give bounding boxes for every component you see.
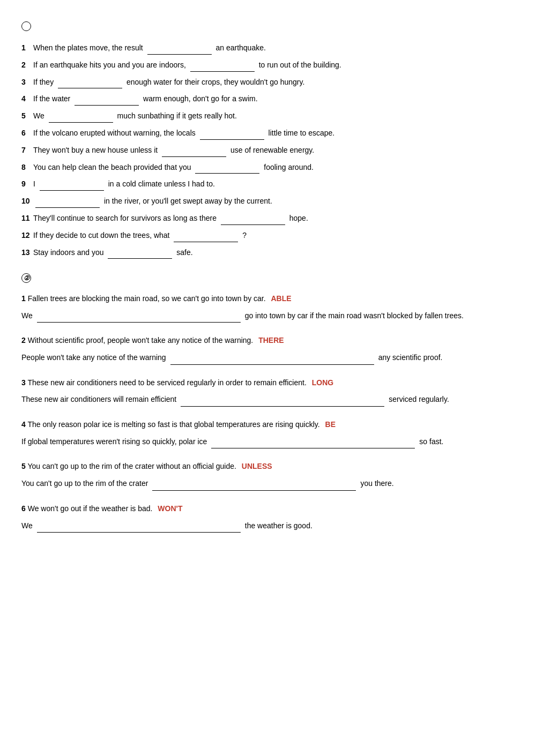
sentence-number: 3 — [21, 76, 33, 89]
sentence-number: 12 — [21, 229, 33, 242]
sentence-item: 4 If the water warm enough, don't go for… — [21, 93, 515, 106]
kw-fill-row: We go into town by car if the main road … — [21, 309, 515, 323]
fill-blank[interactable] — [174, 234, 238, 242]
kw-end-text: you there. — [360, 476, 393, 491]
kw-fill-row: People won't take any notice of the warn… — [21, 350, 515, 365]
kw-original: 1 Fallen trees are blocking the main roa… — [21, 293, 515, 305]
kw-fill-blank[interactable] — [211, 440, 415, 448]
kw-item: 5 You can't go up to the rim of the crat… — [21, 460, 515, 490]
kw-fill-blank[interactable] — [37, 314, 241, 323]
kw-num: 2 — [21, 336, 26, 345]
sentence-number: 1 — [21, 42, 33, 55]
sentence-content: If an earthquake hits you and you are in… — [33, 59, 341, 72]
sentence-content: They won't buy a new house unless it use… — [33, 144, 314, 157]
kw-original: 4 The only reason polar ice is melting s… — [21, 418, 515, 431]
kw-keyword: THERE — [258, 336, 284, 345]
kw-original: 2 Without scientific proof, people won't… — [21, 334, 515, 347]
sentence-number: 13 — [21, 246, 33, 259]
sentence-number: 10 — [21, 195, 33, 208]
circle2: ② — [21, 273, 31, 283]
kw-keyword: BE — [325, 420, 336, 429]
kw-item: 4 The only reason polar ice is melting s… — [21, 418, 515, 448]
kw-num: 3 — [21, 378, 26, 387]
fill-blank[interactable] — [58, 80, 122, 88]
sentence-number: 2 — [21, 59, 33, 72]
kw-num: 4 — [21, 420, 26, 429]
kw-start-text: We — [21, 519, 33, 533]
fill-blank[interactable] — [147, 46, 212, 55]
kw-original: 5 You can't go up to the rim of the crat… — [21, 460, 515, 473]
sentence-number: 11 — [21, 212, 33, 225]
fill-blank[interactable] — [35, 199, 100, 208]
sentence-item: 5 We much sunbathing if it gets really h… — [21, 110, 515, 123]
sentence-number: 9 — [21, 178, 33, 191]
kw-end-text: go into town by car if the main road was… — [245, 309, 464, 323]
circle1 — [21, 21, 31, 31]
sentence-item: 12 If they decide to cut down the trees,… — [21, 229, 515, 242]
fill-blank[interactable] — [162, 148, 226, 157]
kw-list: 1 Fallen trees are blocking the main roa… — [21, 293, 515, 533]
section2-instruction: ② — [21, 272, 515, 283]
kw-start-text: You can't go up to the rim of the crater — [21, 476, 148, 491]
sentence-item: 7 They won't buy a new house unless it u… — [21, 144, 515, 157]
sentence-number: 7 — [21, 144, 33, 157]
fill-blank[interactable] — [75, 97, 139, 106]
kw-keyword: ABLE — [271, 294, 292, 303]
fill-blank[interactable] — [190, 63, 255, 72]
kw-start-text: We — [21, 309, 33, 323]
sentence-number: 5 — [21, 110, 33, 123]
kw-original: 6 We won't go out if the weather is bad.… — [21, 503, 515, 515]
kw-end-text: any scientific proof. — [378, 350, 443, 365]
kw-keyword: UNLESS — [242, 462, 272, 470]
sentence-content: When the plates move, the result an eart… — [33, 42, 266, 55]
sentence-content: You can help clean the beach provided th… — [33, 161, 314, 174]
kw-item: 2 Without scientific proof, people won't… — [21, 334, 515, 364]
kw-fill-blank[interactable] — [170, 356, 374, 365]
sentence-content: If the volcano erupted without warning, … — [33, 127, 334, 140]
sentence-list: 1 When the plates move, the result an ea… — [21, 42, 515, 259]
sentence-content: We much sunbathing if it gets really hot… — [33, 110, 237, 123]
fill-blank[interactable] — [195, 165, 259, 174]
kw-num: 6 — [21, 504, 26, 513]
fill-blank[interactable] — [49, 114, 113, 123]
kw-start-text: These new air conditioners will remain e… — [21, 392, 176, 407]
sentence-number: 6 — [21, 127, 33, 140]
kw-original: 3 These new air conditioners need to be … — [21, 377, 515, 390]
sentence-item: 13 Stay indoors and you safe. — [21, 246, 515, 259]
kw-keyword: WON'T — [158, 504, 182, 513]
kw-fill-row: These new air conditioners will remain e… — [21, 392, 515, 407]
kw-start-text: If global temperatures weren't rising so… — [21, 435, 207, 449]
sentence-item: 6 If the volcano erupted without warning… — [21, 127, 515, 140]
kw-fill-blank[interactable] — [152, 482, 356, 491]
kw-end-text: serviced regularly. — [389, 392, 449, 407]
kw-fill-blank[interactable] — [37, 524, 241, 533]
sentence-item: 8 You can help clean the beach provided … — [21, 161, 515, 174]
sentence-content: If they enough water for their crops, th… — [33, 76, 304, 89]
kw-item: 3 These new air conditioners need to be … — [21, 377, 515, 407]
sentence-content: If they decide to cut down the trees, wh… — [33, 229, 247, 242]
fill-blank[interactable] — [108, 250, 172, 259]
sentence-content: Stay indoors and you safe. — [33, 246, 193, 259]
kw-num: 1 — [21, 294, 26, 303]
kw-end-text: the weather is good. — [245, 519, 312, 533]
kw-end-text: so fast. — [419, 435, 443, 449]
sentence-item: 11 They'll continue to search for surviv… — [21, 212, 515, 225]
sentence-item: 9 I in a cold climate unless I had to. — [21, 178, 515, 191]
sentence-number: 4 — [21, 93, 33, 106]
kw-fill-row: We the weather is good. — [21, 519, 515, 533]
sentence-item: 1 When the plates move, the result an ea… — [21, 42, 515, 55]
kw-fill-blank[interactable] — [181, 398, 384, 407]
fill-blank[interactable] — [221, 216, 285, 225]
sentence-item: 3 If they enough water for their crops, … — [21, 76, 515, 89]
sentence-item: 10 in the river, or you'll get swept awa… — [21, 195, 515, 208]
sentence-content: I in a cold climate unless I had to. — [33, 178, 215, 191]
sentence-content: in the river, or you'll get swept away b… — [33, 195, 272, 208]
sentence-content: If the water warm enough, don't go for a… — [33, 93, 258, 106]
kw-fill-row: You can't go up to the rim of the crater… — [21, 476, 515, 491]
section1-instruction — [21, 21, 515, 34]
fill-blank[interactable] — [40, 182, 104, 191]
kw-item: 1 Fallen trees are blocking the main roa… — [21, 293, 515, 323]
sentence-number: 8 — [21, 161, 33, 174]
fill-blank[interactable] — [200, 131, 264, 140]
kw-num: 5 — [21, 462, 26, 470]
